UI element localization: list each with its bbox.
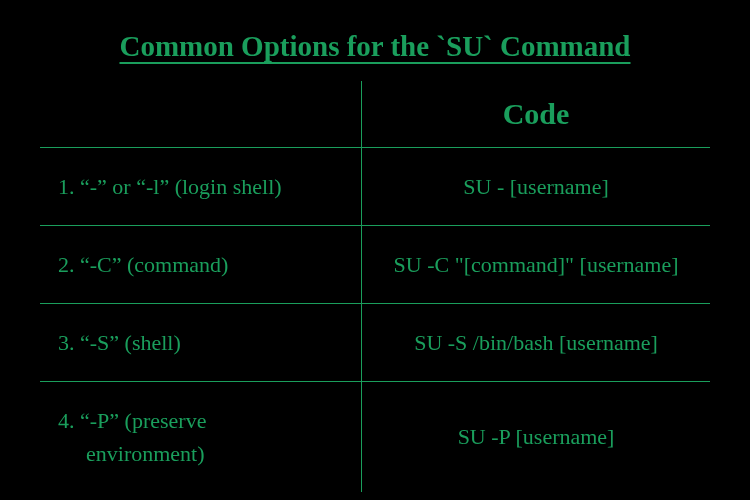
code-cell: SU - [username] [362,148,710,226]
header-col2: Code [362,81,710,148]
table-row: 1. “-” or “-l” (login shell) SU - [usern… [40,148,710,226]
option-cell: 4. “-P” (preserve environment) [40,382,362,493]
table-header-row: Code [40,81,710,148]
code-cell: SU -P [username] [362,382,710,493]
table-row: 3. “-S” (shell) SU -S /bin/bash [usernam… [40,304,710,382]
options-table: Code 1. “-” or “-l” (login shell) SU - [… [40,81,710,492]
code-cell: SU -C "[command]" [username] [362,226,710,304]
option-cell: 1. “-” or “-l” (login shell) [40,148,362,226]
header-col1 [40,81,362,148]
code-cell: SU -S /bin/bash [username] [362,304,710,382]
page-title: Common Options for the `SU` Command [40,30,710,63]
option-cell: 2. “-C” (command) [40,226,362,304]
option-line1: 4. “-P” (preserve [58,408,206,433]
option-cell: 3. “-S” (shell) [40,304,362,382]
table-row: 2. “-C” (command) SU -C "[command]" [use… [40,226,710,304]
option-line2: environment) [58,437,349,470]
table-row: 4. “-P” (preserve environment) SU -P [us… [40,382,710,493]
